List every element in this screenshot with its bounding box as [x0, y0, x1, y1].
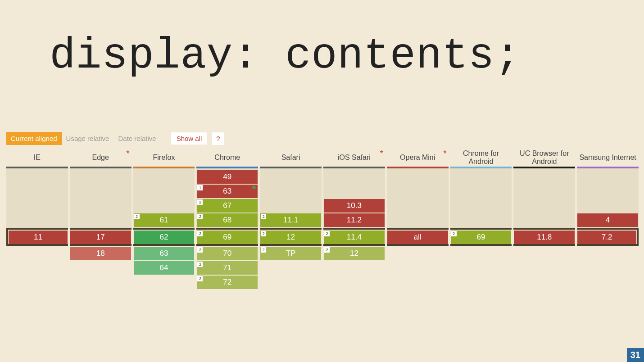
- version-cell[interactable]: 62: [134, 231, 195, 244]
- version-label: 69: [477, 233, 485, 242]
- version-label: 70: [223, 249, 231, 258]
- flag-icon: ⚑: [251, 185, 257, 191]
- version-label: 10.3: [347, 201, 362, 210]
- browser-header[interactable]: Safari: [260, 149, 322, 168]
- current-version: 692: [196, 228, 258, 246]
- slide-number: 31: [627, 348, 644, 362]
- browser-name: Firefox: [153, 154, 175, 162]
- version-cell[interactable]: 64: [134, 261, 195, 275]
- current-version: 11: [6, 228, 68, 246]
- version-cell[interactable]: 631⚑: [197, 185, 258, 198]
- version-label: 11: [34, 233, 42, 242]
- version-cell[interactable]: 682: [197, 213, 258, 227]
- current-version: all: [387, 228, 449, 246]
- future-versions: [513, 246, 575, 247]
- browser-header[interactable]: Chrome: [196, 149, 258, 168]
- browser-header[interactable]: Firefox: [133, 149, 195, 168]
- browser-name: Chrome for Android: [452, 149, 510, 165]
- version-cell[interactable]: 722: [197, 276, 258, 289]
- version-cell[interactable]: 692: [197, 231, 258, 244]
- browser-column: iOS Safari*10.311.211.42122: [323, 149, 385, 290]
- version-label: 68: [223, 216, 231, 225]
- future-versions: [450, 246, 512, 247]
- version-cell[interactable]: 11: [9, 231, 68, 244]
- footnote-badge: 2: [451, 231, 457, 236]
- version-cell[interactable]: 702: [197, 247, 258, 260]
- show-all-button[interactable]: Show all: [171, 132, 208, 145]
- current-version: 11.42: [323, 228, 385, 246]
- help-button[interactable]: ?: [212, 132, 224, 145]
- browser-column: Edge*1718: [70, 149, 132, 290]
- current-version: 692: [450, 228, 512, 246]
- version-cell[interactable]: 10.3: [324, 199, 385, 213]
- version-label: 63: [160, 249, 168, 258]
- version-cell[interactable]: 672: [197, 199, 258, 213]
- asterisk-icon: *: [444, 149, 447, 158]
- version-label: 11.1: [283, 216, 298, 225]
- footnote-badge: 2: [324, 247, 330, 253]
- version-cell[interactable]: 122: [324, 247, 385, 260]
- future-versions: 122: [323, 246, 385, 261]
- browser-header[interactable]: UC Browser for Android: [513, 149, 575, 168]
- version-label: 7.2: [602, 233, 612, 242]
- version-label: 61: [160, 216, 168, 225]
- version-cell[interactable]: 17: [70, 231, 131, 244]
- version-cell[interactable]: 11.42: [324, 231, 385, 244]
- version-cell[interactable]: 712: [197, 261, 258, 275]
- past-versions: 10.311.2: [323, 168, 385, 228]
- version-cell[interactable]: TP2: [260, 247, 321, 260]
- browser-column: Chrome49631⚑672682692702712722: [196, 149, 258, 290]
- browser-header[interactable]: Chrome for Android: [450, 149, 512, 168]
- view-controls: Current aligned Usage relative Date rela…: [6, 132, 224, 145]
- version-cell[interactable]: all: [387, 231, 448, 244]
- version-cell[interactable]: 7.2: [577, 231, 636, 244]
- browser-column: IE11: [6, 149, 68, 290]
- browser-header[interactable]: Samsung Internet: [577, 149, 639, 168]
- browser-column: Firefox612626364: [133, 149, 195, 290]
- past-versions: [6, 168, 68, 228]
- version-label: 11.2: [347, 216, 362, 225]
- current-version: 62: [133, 228, 195, 246]
- version-cell[interactable]: 11.8: [514, 231, 575, 244]
- footnote-badge: 2: [324, 231, 330, 236]
- tab-usage-relative[interactable]: Usage relative: [62, 132, 114, 145]
- version-label: 11.8: [537, 233, 552, 242]
- tab-date-relative[interactable]: Date relative: [113, 132, 160, 145]
- past-versions: 4: [577, 168, 639, 228]
- browser-header[interactable]: Opera Mini*: [387, 149, 449, 168]
- footnote-badge: 2: [197, 231, 203, 236]
- browser-header[interactable]: Edge*: [70, 149, 132, 168]
- version-label: 17: [96, 233, 105, 242]
- version-label: 12: [350, 249, 358, 258]
- browser-header[interactable]: iOS Safari*: [323, 149, 385, 168]
- version-label: 63: [223, 187, 231, 196]
- current-version: 122: [260, 228, 322, 246]
- page-title: display: contents;: [50, 32, 521, 81]
- version-cell[interactable]: 692: [451, 231, 512, 244]
- footnote-badge: 2: [197, 199, 203, 205]
- version-cell[interactable]: 11.2: [324, 213, 385, 227]
- version-cell[interactable]: 11.12: [260, 213, 321, 227]
- current-version: 11.8: [513, 228, 575, 246]
- past-versions: [70, 168, 132, 228]
- browser-column: Chrome for Android692: [450, 149, 512, 290]
- version-cell[interactable]: 612: [134, 213, 195, 227]
- future-versions: [577, 246, 639, 247]
- browser-column: UC Browser for Android11.8: [513, 149, 575, 290]
- footnote-badge: 2: [261, 247, 266, 253]
- browser-header[interactable]: IE: [6, 149, 68, 168]
- version-label: 12: [286, 233, 295, 242]
- version-label: 72: [223, 278, 231, 287]
- tab-current-aligned[interactable]: Current aligned: [6, 132, 62, 145]
- version-cell[interactable]: 49: [197, 170, 258, 184]
- version-cell[interactable]: 63: [134, 247, 195, 260]
- footnote-badge: 2: [261, 214, 266, 219]
- footnote-badge: 2: [197, 247, 203, 253]
- version-cell[interactable]: 122: [260, 231, 321, 244]
- future-versions: [6, 246, 68, 247]
- future-versions: TP2: [260, 246, 322, 261]
- version-label: 18: [96, 249, 105, 258]
- past-versions: [450, 168, 512, 228]
- version-cell[interactable]: 18: [70, 247, 131, 260]
- version-cell[interactable]: 4: [577, 213, 638, 227]
